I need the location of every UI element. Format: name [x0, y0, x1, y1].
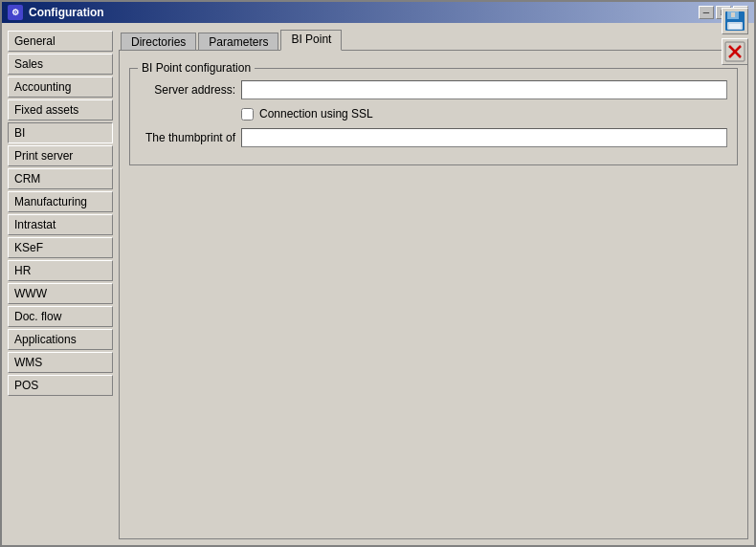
sidebar-item-sales[interactable]: Sales	[8, 54, 113, 75]
thumbprint-label: The thumbprint of	[140, 131, 235, 144]
sidebar-item-applications[interactable]: Applications	[8, 329, 113, 350]
save-button[interactable]	[722, 8, 748, 34]
sidebar-item-wms[interactable]: WMS	[8, 352, 113, 373]
thumbprint-row: The thumbprint of	[140, 128, 727, 147]
sidebar-item-accounting[interactable]: Accounting	[8, 77, 113, 98]
sidebar-item-bi[interactable]: BI	[8, 122, 113, 143]
sidebar-item-intrastat[interactable]: Intrastat	[8, 214, 113, 235]
server-address-label: Server address:	[140, 83, 235, 97]
sidebar: General Sales Accounting Fixed assets BI…	[8, 29, 113, 539]
content-area: General Sales Accounting Fixed assets BI…	[2, 23, 754, 545]
sidebar-item-print-server[interactable]: Print server	[8, 145, 113, 166]
sidebar-item-doc-flow[interactable]: Doc. flow	[8, 306, 113, 327]
sidebar-item-crm[interactable]: CRM	[8, 168, 113, 189]
main-panel: Directories Parameters BI Point BI Point…	[119, 29, 748, 539]
action-buttons	[722, 8, 748, 65]
panel-content: BI Point configuration Server address: C…	[119, 50, 748, 539]
ssl-label: Connection using SSL	[259, 107, 373, 120]
ssl-checkbox[interactable]	[241, 108, 254, 120]
title-bar: ⚙ Configuration ─ □ ✕	[2, 2, 754, 23]
svg-rect-4	[729, 24, 741, 29]
tab-directories[interactable]: Directories	[121, 33, 196, 52]
bi-point-group: BI Point configuration Server address: C…	[129, 68, 738, 165]
tab-bi-point[interactable]: BI Point	[280, 30, 342, 51]
sidebar-item-fixed-assets[interactable]: Fixed assets	[8, 99, 113, 120]
sidebar-item-pos[interactable]: POS	[8, 375, 113, 396]
thumbprint-input[interactable]	[241, 128, 727, 147]
save-icon	[724, 11, 745, 32]
sidebar-item-www[interactable]: WWW	[8, 283, 113, 304]
tab-parameters[interactable]: Parameters	[198, 33, 278, 52]
sidebar-item-manufacturing[interactable]: Manufacturing	[8, 191, 113, 212]
group-box-label: BI Point configuration	[138, 61, 255, 75]
minimize-button[interactable]: ─	[699, 6, 714, 19]
sidebar-item-ksef[interactable]: KSeF	[8, 237, 113, 258]
server-address-input[interactable]	[241, 80, 727, 99]
cancel-icon	[724, 41, 745, 62]
tabs-row: Directories Parameters BI Point	[119, 29, 748, 50]
main-window: ⚙ Configuration ─ □ ✕ General Sales Acco…	[0, 0, 756, 547]
sidebar-item-hr[interactable]: HR	[8, 260, 113, 281]
ssl-row: Connection using SSL	[140, 107, 727, 120]
sidebar-item-general[interactable]: General	[8, 31, 113, 52]
window-title: Configuration	[29, 6, 104, 19]
server-address-row: Server address:	[140, 80, 727, 99]
window-icon: ⚙	[8, 5, 23, 20]
svg-rect-2	[731, 12, 735, 17]
cancel-button[interactable]	[722, 38, 748, 65]
